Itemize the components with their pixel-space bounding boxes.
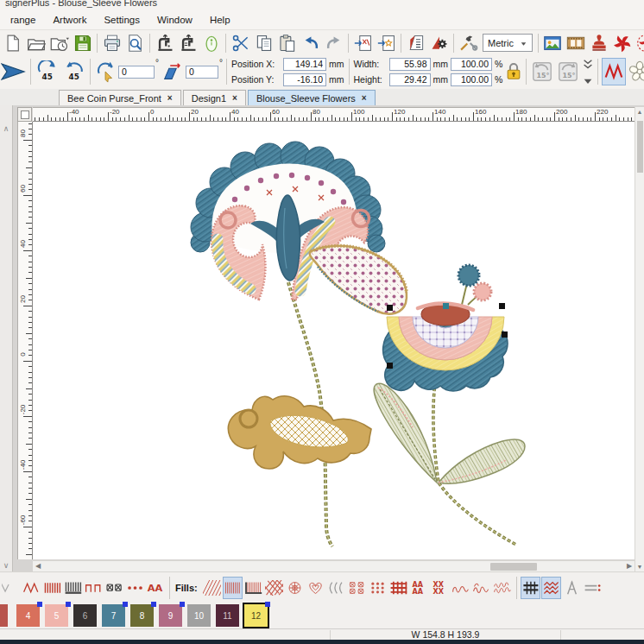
skew-icon[interactable] [161,59,185,85]
embroidery-design[interactable] [33,122,635,559]
menu-item-artwork[interactable]: Artwork [44,12,95,28]
rotate-angle-input[interactable] [118,66,155,79]
fill-satin-icon[interactable] [223,577,243,599]
horizontal-scroll-thumb[interactable] [490,563,537,571]
tool-grid-icon[interactable] [521,577,540,599]
chevron-double-down-icon[interactable] [582,59,594,69]
open-folder-icon[interactable] [25,32,47,54]
send-to-machine-icon[interactable] [177,32,199,54]
rotate-15-cw-icon[interactable]: 15° [556,59,580,85]
write-to-machine-icon[interactable] [154,32,175,54]
tool-compass-icon[interactable] [562,577,582,599]
fill-stipple-3-icon[interactable] [492,577,512,599]
scroll-up-icon[interactable]: ∧ [1,124,11,133]
stitch-blanket-icon[interactable] [84,577,104,599]
options-gear-icon[interactable] [428,32,450,54]
menu-item-help[interactable]: Help [201,12,239,28]
color-swatch-10[interactable]: 10 [187,604,211,627]
stitch-knots-icon[interactable] [104,577,124,599]
insert-embroidery-icon[interactable] [352,32,374,54]
tool-zigzag-fill-icon[interactable] [541,577,561,599]
width-scale-input[interactable] [451,58,492,71]
stitch-cross-aa-icon[interactable]: AA [146,577,166,599]
color-swatch-12[interactable]: 12 [244,604,268,627]
rotate-by-angle-icon[interactable] [94,59,117,85]
design-canvas[interactable] [33,122,635,559]
stitch-dots-icon[interactable] [125,577,145,599]
print-icon[interactable] [101,32,123,54]
tab-close-icon[interactable]: × [167,93,173,103]
image-window-icon[interactable] [542,32,564,54]
save-icon[interactable] [72,32,93,54]
pinwheel-icon[interactable] [612,32,634,54]
fill-stipple-2-icon[interactable] [471,577,491,599]
design-properties-icon[interactable] [405,32,426,54]
fill-satin-corner-icon[interactable] [243,577,263,599]
zigzag-stitch-icon[interactable] [602,58,626,85]
paisley-leaf[interactable] [310,246,407,314]
fill-stipple-1-icon[interactable] [451,577,470,599]
right-flower-stems[interactable] [374,382,525,545]
acanthus-leaf[interactable] [228,396,371,469]
scroll-down-icon[interactable]: ∨ [1,561,11,570]
fill-rosette-icon[interactable] [285,577,305,599]
cut-icon[interactable] [230,32,251,54]
position-y-input[interactable] [283,73,326,86]
fill-heart-icon[interactable] [306,577,325,599]
tools-hammer-icon[interactable] [458,32,479,54]
fill-cross-aa-icon[interactable]: AAAA [409,577,429,599]
color-swatch-partial[interactable] [0,604,8,627]
skew-angle-input[interactable] [186,66,218,79]
redo-icon[interactable] [323,32,344,54]
tab-design1[interactable]: Design1× [183,90,246,105]
fill-cross-xx-icon[interactable]: XXXX [430,577,450,599]
horizontal-scrollbar[interactable]: ◀ ▶ [33,560,635,571]
color-swatch-9[interactable]: 9 [159,604,182,627]
position-x-input[interactable] [283,58,326,71]
scroll-up-arrow-icon[interactable]: ▲ [635,107,644,117]
tab-close-icon[interactable]: × [232,93,237,103]
tab-blouse-sleeve-flowers[interactable]: Blouse_Sleeve Flowers× [248,90,376,105]
color-swatch-6[interactable]: 6 [73,604,97,627]
tab-bee-coin-purse-front[interactable]: Bee Coin Purse_Front× [59,90,181,105]
color-swatch-11[interactable]: 11 [216,604,239,627]
insert-artwork-icon[interactable] [376,32,397,54]
height-input[interactable] [389,73,431,86]
selection-rotate-handle[interactable] [443,303,449,309]
vertical-scrollbar[interactable]: ▲ ▼ [635,107,644,571]
lock-proportions-icon[interactable] [505,59,522,85]
selection-handle[interactable] [387,363,393,369]
fill-hatch-icon[interactable] [202,577,222,599]
menu-item-settings[interactable]: Settings [95,12,148,28]
scroll-left-icon[interactable]: ◀ [33,561,43,571]
fill-curves-icon[interactable] [326,577,346,599]
units-dropdown[interactable]: Metric [483,34,533,52]
width-input[interactable] [389,58,431,71]
selection-handle[interactable] [499,303,505,309]
ruler-origin-button[interactable] [17,107,32,122]
stitch-satin-dark-icon[interactable] [63,577,83,599]
new-document-icon[interactable] [2,32,23,54]
scroll-right-icon[interactable]: ▶ [624,561,635,571]
print-preview-icon[interactable] [124,32,146,54]
filmstrip-icon[interactable] [565,32,587,54]
scroll-down-arrow-icon[interactable]: ▼ [635,562,644,571]
color-swatch-5[interactable]: 5 [45,604,68,627]
paste-icon[interactable] [276,32,298,54]
rotate-ccw-45-icon[interactable]: 45 [35,59,60,85]
dropdown-caret-icon[interactable] [582,77,594,85]
fill-weave-icon[interactable] [388,577,408,599]
height-scale-input[interactable] [451,73,492,86]
menu-item-range[interactable]: range [2,12,44,28]
selection-handle[interactable] [387,305,393,311]
undo-icon[interactable] [300,32,321,54]
tab-close-icon[interactable]: × [362,93,367,103]
color-swatch-7[interactable]: 7 [102,604,125,627]
vertical-scroll-thumb[interactable] [637,121,643,173]
stitch-partial-icon[interactable] [1,577,21,599]
fill-knots-icon[interactable] [347,577,367,599]
tool-parallel-icon[interactable] [583,577,603,599]
color-swatch-4[interactable]: 4 [16,604,40,627]
menu-item-window[interactable]: Window [148,12,201,28]
open-recent-icon[interactable] [48,32,70,54]
